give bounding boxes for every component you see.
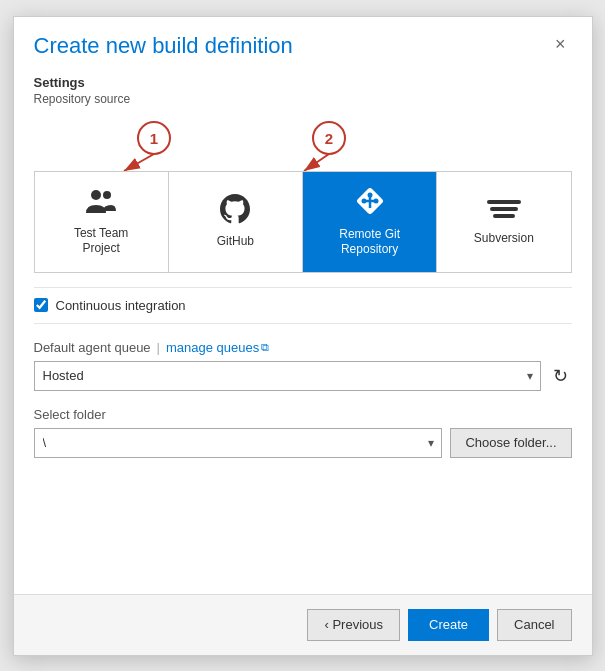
agent-queue-header: Default agent queue | manage queues ⧉ bbox=[34, 340, 572, 355]
folder-select-wrapper: \ ▾ bbox=[34, 428, 443, 458]
external-link-icon: ⧉ bbox=[261, 341, 269, 354]
repo-source-label: Repository source bbox=[34, 92, 572, 106]
agent-queue-section: Default agent queue | manage queues ⧉ Ho… bbox=[34, 340, 572, 391]
github-label: GitHub bbox=[217, 234, 254, 250]
cancel-button[interactable]: Cancel bbox=[497, 609, 571, 641]
svg-line-3 bbox=[304, 154, 329, 171]
svg-point-10 bbox=[361, 198, 366, 203]
agent-dropdown-row: Hosted ▾ ↻ bbox=[34, 361, 572, 391]
close-button[interactable]: × bbox=[549, 33, 572, 55]
repo-options: Test TeamProject GitHub bbox=[34, 171, 572, 273]
refresh-button[interactable]: ↻ bbox=[549, 363, 572, 389]
dialog-body: Settings Repository source 1 2 bbox=[14, 59, 592, 594]
remote-git-icon bbox=[355, 186, 385, 221]
dialog-title: Create new build definition bbox=[34, 33, 293, 59]
title-prefix: Create new bbox=[34, 33, 153, 58]
repo-option-test-team[interactable]: Test TeamProject bbox=[35, 172, 169, 272]
annotation-area: 1 2 bbox=[34, 116, 572, 171]
subversion-label: Subversion bbox=[474, 231, 534, 247]
ci-label[interactable]: Continuous integration bbox=[56, 298, 186, 313]
manage-queues-link[interactable]: manage queues ⧉ bbox=[166, 340, 269, 355]
test-team-label: Test TeamProject bbox=[74, 226, 128, 257]
annotation-svg: 1 2 bbox=[34, 116, 572, 171]
annotation-2: 2 bbox=[324, 130, 332, 147]
ci-checkbox[interactable] bbox=[34, 298, 48, 312]
repo-option-github[interactable]: GitHub bbox=[169, 172, 303, 272]
subversion-icon bbox=[487, 197, 521, 225]
svg-line-1 bbox=[124, 154, 154, 171]
svg-point-11 bbox=[373, 198, 378, 203]
ci-section: Continuous integration bbox=[34, 287, 572, 324]
repo-option-subversion[interactable]: Subversion bbox=[437, 172, 570, 272]
choose-folder-button[interactable]: Choose folder... bbox=[450, 428, 571, 458]
repo-option-remote-git[interactable]: Remote GitRepository bbox=[303, 172, 437, 272]
title-highlight: build definition bbox=[152, 33, 293, 58]
dialog-footer: ‹ Previous Create Cancel bbox=[14, 594, 592, 655]
dialog-header: Create new build definition × bbox=[14, 17, 592, 59]
agent-queue-title: Default agent queue bbox=[34, 340, 151, 355]
folder-label: Select folder bbox=[34, 407, 572, 422]
folder-select[interactable]: \ bbox=[34, 428, 443, 458]
create-button[interactable]: Create bbox=[408, 609, 489, 641]
svg-point-5 bbox=[91, 190, 101, 200]
pipe-separator: | bbox=[157, 340, 160, 355]
previous-button[interactable]: ‹ Previous bbox=[307, 609, 400, 641]
svg-point-6 bbox=[103, 191, 111, 199]
remote-git-label: Remote GitRepository bbox=[339, 227, 400, 258]
folder-section: Select folder \ ▾ Choose folder... bbox=[34, 407, 572, 458]
github-icon bbox=[220, 194, 250, 228]
svg-point-12 bbox=[367, 192, 372, 197]
agent-select-wrapper: Hosted ▾ bbox=[34, 361, 541, 391]
test-team-icon bbox=[85, 187, 117, 220]
annotation-1: 1 bbox=[149, 130, 157, 147]
settings-label: Settings bbox=[34, 75, 572, 90]
manage-queues-label: manage queues bbox=[166, 340, 259, 355]
folder-row: \ ▾ Choose folder... bbox=[34, 428, 572, 458]
agent-select[interactable]: Hosted bbox=[34, 361, 541, 391]
create-build-dialog: Create new build definition × Settings R… bbox=[13, 16, 593, 656]
